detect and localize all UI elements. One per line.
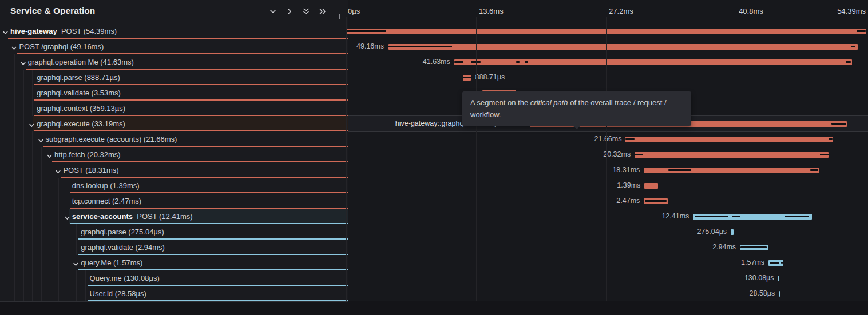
tree-indent-guide (6, 286, 6, 301)
timeline-tick-label: 0µs (348, 7, 360, 15)
tree-indent-guide (6, 147, 6, 162)
critical-path-segment (516, 61, 520, 63)
span-tree-label: query.Me (1.57ms) (81, 258, 142, 267)
span-tree-label: dns.lookup (1.39ms) (72, 181, 140, 190)
critical-path-segment (781, 262, 783, 264)
span-tree-row[interactable]: graphql.parse (275.04µs) (0, 224, 348, 240)
tree-indent-guide (23, 147, 24, 162)
span-tree-row[interactable]: dns.lookup (1.39ms) (0, 178, 348, 193)
panel-resize-handle[interactable] (339, 14, 342, 19)
span-bar[interactable] (454, 59, 852, 65)
tree-indent-guide (32, 85, 33, 101)
tree-indent-guide (6, 270, 6, 286)
critical-path-segment (770, 262, 780, 264)
tree-indent-guide (41, 224, 42, 240)
chevron-down-icon[interactable] (38, 136, 44, 142)
span-bar[interactable] (625, 137, 833, 142)
span-tree-row[interactable]: User.id (28.58µs) (0, 286, 348, 301)
tree-indent-guide (23, 224, 24, 240)
span-duration-label: 1.57ms (741, 255, 764, 270)
tree-indent-guide (32, 131, 33, 147)
tree-indent-guide (58, 178, 59, 193)
timeline-header (348, 0, 868, 23)
critical-path-segment (695, 216, 728, 217)
expand-all-button[interactable] (302, 7, 311, 16)
span-duration-label: 28.58µs (750, 286, 775, 301)
span-tree-label: graphql.parse (888.71µs) (37, 73, 120, 82)
tree-indent-guide (76, 224, 77, 240)
span-tree-row[interactable]: graphql.validate (2.94ms) (0, 240, 348, 255)
span-tree-row[interactable]: POST /graphql (49.16ms) (0, 39, 348, 54)
chevron-down-icon[interactable] (73, 260, 79, 266)
span-tree-row[interactable]: query.Me (1.57ms) (0, 255, 348, 270)
chevron-down-icon[interactable] (64, 213, 70, 220)
tree-indent-guide (14, 131, 15, 147)
chevron-down-icon[interactable] (11, 43, 17, 50)
tree-indent-guide (32, 178, 33, 193)
span-tree-row[interactable]: POST (18.31ms) (0, 162, 348, 178)
span-tree-row[interactable]: Query.me (130.08µs) (0, 270, 348, 286)
tree-indent-guide (32, 240, 33, 255)
span-tree-label: graphql.context (359.13µs) (37, 104, 125, 113)
span-duration-label: 888.71µs (475, 70, 505, 85)
tree-indent-guide (32, 270, 33, 286)
tree-indent-guide (23, 209, 24, 224)
tree-indent-guide (23, 193, 24, 209)
tree-indent-guide (6, 178, 6, 193)
chevron-down-icon[interactable] (2, 28, 9, 34)
span-tree-row[interactable]: service-accounts POST (12.41ms) (0, 209, 348, 224)
span-bar[interactable] (778, 276, 779, 281)
tree-indent-guide (32, 70, 33, 85)
chevrons-down-icon (302, 7, 311, 16)
expand-one-button[interactable] (268, 7, 278, 16)
span-bar[interactable] (635, 152, 829, 158)
span-tree-row[interactable]: http.fetch (20.32ms) (0, 147, 348, 162)
span-tree-row[interactable]: graphql.operation Me (41.63ms) (0, 54, 348, 70)
critical-path-segment (846, 61, 851, 63)
span-tree-label: graphql.validate (3.53ms) (37, 89, 121, 97)
tree-indent-guide (85, 270, 86, 286)
tree-indent-guide (23, 70, 24, 85)
span-bar[interactable] (644, 183, 657, 189)
span-tree-row[interactable]: tcp.connect (2.47ms) (0, 193, 348, 209)
timeline-gridline (606, 17, 607, 301)
tree-indent-guide (68, 193, 68, 209)
chevron-down-icon[interactable] (55, 167, 61, 173)
span-tree-row[interactable]: graphql.validate (3.53ms) (0, 85, 348, 101)
tree-indent-guide (23, 270, 24, 286)
critical-path-segment (635, 154, 643, 155)
critical-path-segment (820, 154, 829, 155)
tree-indent-guide (14, 162, 15, 178)
span-color-underline (88, 300, 348, 301)
timeline-tick-label: 40.8ms (739, 7, 763, 15)
span-duration-label: 275.04µs (697, 224, 727, 240)
span-tree-label: Query.me (130.08µs) (90, 274, 160, 282)
collapse-all-button[interactable] (318, 7, 327, 16)
critical-path-tooltip: A segment on the critical path of the ov… (462, 91, 691, 126)
tree-indent-guide (68, 255, 68, 270)
tree-indent-guide (32, 101, 33, 116)
span-tree-row[interactable]: graphql.parse (888.71µs) (0, 70, 348, 85)
tree-indent-guide (58, 286, 59, 301)
critical-path-segment (388, 46, 452, 47)
timeline-gridline (736, 17, 736, 301)
tree-indent-guide (58, 224, 59, 240)
tree-indent-guide (23, 116, 24, 131)
tree-indent-guide (68, 286, 68, 301)
span-duration-label: 2.94ms (712, 240, 736, 255)
span-tree-row[interactable]: subgraph.execute (accounts) (21.66ms) (0, 131, 348, 147)
tree-indent-guide (41, 147, 42, 162)
span-bar[interactable] (779, 291, 780, 297)
tree-indent-guide (58, 209, 59, 224)
tree-indent-guide (6, 101, 6, 116)
span-tree-row[interactable]: hive-gateway POST (54.39ms) (0, 23, 348, 39)
span-bar[interactable] (388, 44, 858, 50)
span-bar[interactable] (731, 229, 734, 235)
span-tree-row[interactable]: graphql.context (359.13µs) (0, 101, 348, 116)
chevron-down-icon[interactable] (20, 59, 26, 65)
chevron-down-icon[interactable] (29, 121, 35, 127)
collapse-one-button[interactable] (285, 7, 294, 16)
tree-indent-guide (41, 255, 42, 270)
span-tree-row[interactable]: graphql.execute (33.19ms) (0, 116, 348, 131)
chevron-down-icon[interactable] (46, 151, 53, 158)
